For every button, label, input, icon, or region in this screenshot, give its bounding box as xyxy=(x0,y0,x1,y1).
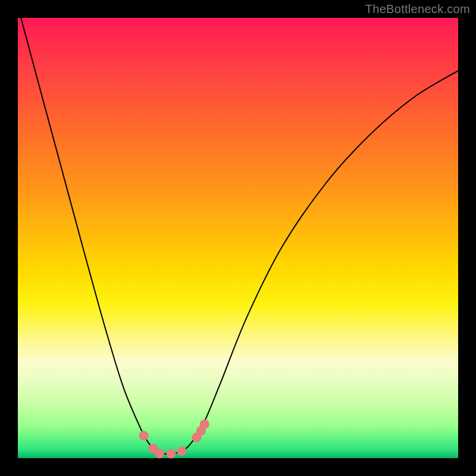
bottleneck-curve xyxy=(21,18,458,454)
chart-overlay xyxy=(18,18,458,458)
highlight-dot xyxy=(200,419,209,429)
highlight-dot xyxy=(167,449,176,459)
highlight-dot xyxy=(139,431,149,440)
highlight-dots-group xyxy=(139,419,209,459)
chart-stage: TheBottleneck.com xyxy=(0,0,476,476)
highlight-dot xyxy=(155,449,164,459)
highlight-dot xyxy=(177,446,186,456)
watermark-text: TheBottleneck.com xyxy=(365,2,470,16)
